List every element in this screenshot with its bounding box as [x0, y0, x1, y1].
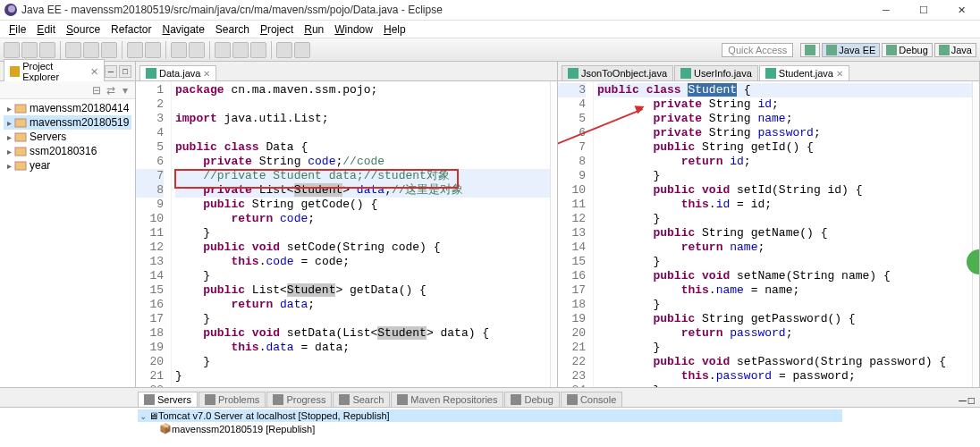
quick-access-input[interactable]: Quick Access [722, 43, 793, 57]
collapse-all-button[interactable]: ⊟ [90, 84, 103, 97]
menu-navigate[interactable]: Navigate [156, 23, 209, 36]
new-button[interactable] [4, 42, 20, 58]
code-line[interactable]: } [175, 355, 557, 369]
forward-button[interactable] [294, 42, 310, 58]
perspective-debug[interactable]: Debug [882, 43, 932, 57]
menu-file[interactable]: File [4, 23, 31, 36]
code-line[interactable]: } [597, 384, 979, 387]
new-package-button[interactable] [127, 42, 143, 58]
save-button[interactable] [21, 42, 38, 58]
code-line[interactable]: import java.util.List; [175, 112, 557, 126]
open-type-button[interactable] [171, 42, 187, 58]
maximize-panel-button[interactable]: □ [968, 394, 975, 407]
code-line[interactable]: public void setCode(String code) { [175, 240, 557, 255]
search-button[interactable] [189, 42, 205, 58]
code-line[interactable]: public class Student { [597, 83, 979, 97]
link-editor-button[interactable]: ⇄ [105, 84, 117, 97]
code-line[interactable]: private String name; [597, 112, 979, 126]
overview-ruler[interactable] [550, 81, 557, 387]
overview-ruler[interactable] [972, 81, 979, 387]
menu-help[interactable]: Help [378, 23, 411, 36]
server-row[interactable]: ⌄ 🖥 Tomcat v7.0 Server at localhost [Sto… [138, 409, 842, 422]
bottom-tab-progress[interactable]: Progress [266, 392, 332, 407]
code-line[interactable]: } [175, 369, 557, 384]
minimize-view-button[interactable]: ─ [105, 65, 117, 78]
menu-edit[interactable]: Edit [31, 23, 61, 36]
project-explorer-tab[interactable]: Project Explorer ✕ [4, 59, 105, 83]
code-line[interactable]: this.code = code; [175, 255, 557, 269]
server-module-row[interactable]: 📦 mavenssm20180519 [Republish] [138, 422, 842, 435]
project-item-mavenssm20180519[interactable]: ▸mavenssm20180519 [4, 115, 131, 130]
menu-search[interactable]: Search [210, 23, 255, 36]
close-tab-icon[interactable]: ✕ [203, 69, 210, 79]
perspective-java[interactable]: Java [934, 43, 976, 57]
save-all-button[interactable] [39, 42, 55, 58]
bottom-tab-debug[interactable]: Debug [504, 392, 559, 407]
code-line[interactable]: public String getId() { [597, 140, 979, 155]
editor-tab-jsontoonbject-java[interactable]: JsonToOnbject.java [562, 65, 673, 80]
code-line[interactable]: } [597, 298, 979, 312]
code-line[interactable]: package cn.ma.maven.ssm.pojo; [175, 83, 557, 97]
project-item-servers[interactable]: ▸Servers [4, 130, 131, 144]
code-line[interactable]: this.id = id; [597, 198, 979, 212]
left-code-area[interactable]: 12345678910111213141516171819202122 pack… [136, 81, 557, 387]
maximize-button[interactable]: ☐ [908, 1, 939, 19]
code-line[interactable]: public void setName(String name) { [597, 269, 979, 283]
code-line[interactable]: } [597, 212, 979, 226]
toggle-mark-button[interactable] [215, 42, 231, 58]
right-code-area[interactable]: 3456789101112131415161718192021222324 pu… [558, 81, 979, 387]
code-line[interactable]: return password; [597, 326, 979, 341]
code-line[interactable]: this.password = password; [597, 369, 979, 384]
editor-tab-userinfo-java[interactable]: UserInfo.java [674, 65, 758, 80]
open-perspective-button[interactable] [800, 43, 820, 57]
expand-toggle[interactable]: ⌄ [138, 411, 148, 421]
code-line[interactable]: private String password; [597, 126, 979, 140]
new-class-button[interactable] [145, 42, 161, 58]
code-line[interactable] [175, 384, 557, 387]
code-line[interactable]: public List<Student> getData() { [175, 283, 557, 298]
perspective-java-ee[interactable]: Java EE [822, 43, 880, 57]
prev-annotation-button[interactable] [250, 42, 266, 58]
menu-window[interactable]: Window [329, 23, 378, 36]
bottom-tab-search[interactable]: Search [333, 392, 390, 407]
close-tab-icon[interactable]: ✕ [836, 69, 843, 79]
code-line[interactable]: public void setPassword(String password)… [597, 355, 979, 369]
code-line[interactable]: } [175, 312, 557, 326]
code-line[interactable]: public String getCode() { [175, 198, 557, 212]
menu-project[interactable]: Project [255, 23, 299, 36]
code-line[interactable]: } [175, 226, 557, 240]
code-line[interactable]: return code; [175, 212, 557, 226]
bottom-tab-servers[interactable]: Servers [138, 392, 198, 407]
bottom-tab-problems[interactable]: Problems [199, 392, 266, 407]
code-line[interactable]: public void setId(String id) { [597, 183, 979, 198]
code-line[interactable]: public class Data { [175, 140, 557, 155]
menu-source[interactable]: Source [61, 23, 106, 36]
minimize-button[interactable]: ─ [871, 1, 901, 19]
code-line[interactable]: } [597, 255, 979, 269]
code-line[interactable] [175, 126, 557, 140]
project-item-year[interactable]: ▸year [4, 158, 131, 173]
code-line[interactable]: public String getPassword() { [597, 312, 979, 326]
code-line[interactable]: return id; [597, 155, 979, 169]
back-button[interactable] [276, 42, 292, 58]
code-line[interactable]: this.name = name; [597, 283, 979, 298]
menu-refactor[interactable]: Refactor [106, 23, 156, 36]
bottom-tab-maven-repositories[interactable]: Maven Repositories [391, 392, 503, 407]
view-close-icon[interactable]: ✕ [90, 66, 98, 78]
code-line[interactable]: } [597, 341, 979, 355]
menu-run[interactable]: Run [299, 23, 329, 36]
editor-tab-student-java[interactable]: Student.java✕ [759, 65, 849, 80]
code-line[interactable]: private String code;//code [175, 155, 557, 169]
run-last-button[interactable] [101, 42, 117, 58]
code-line[interactable]: } [597, 169, 979, 183]
project-item-mavenssm20180414[interactable]: ▸mavenssm20180414 [4, 101, 131, 115]
debug-button[interactable] [65, 42, 81, 58]
bottom-tab-console[interactable]: Console [561, 392, 622, 407]
code-line[interactable]: public void setData(List<Student> data) … [175, 326, 557, 341]
code-line[interactable]: this.data = data; [175, 341, 557, 355]
editor-tab-data-java[interactable]: Data.java ✕ [139, 65, 216, 80]
code-line[interactable]: } [175, 269, 557, 283]
minimize-panel-button[interactable]: ─ [959, 394, 967, 407]
view-menu-button[interactable]: ▾ [119, 84, 131, 97]
code-line[interactable] [175, 97, 557, 112]
